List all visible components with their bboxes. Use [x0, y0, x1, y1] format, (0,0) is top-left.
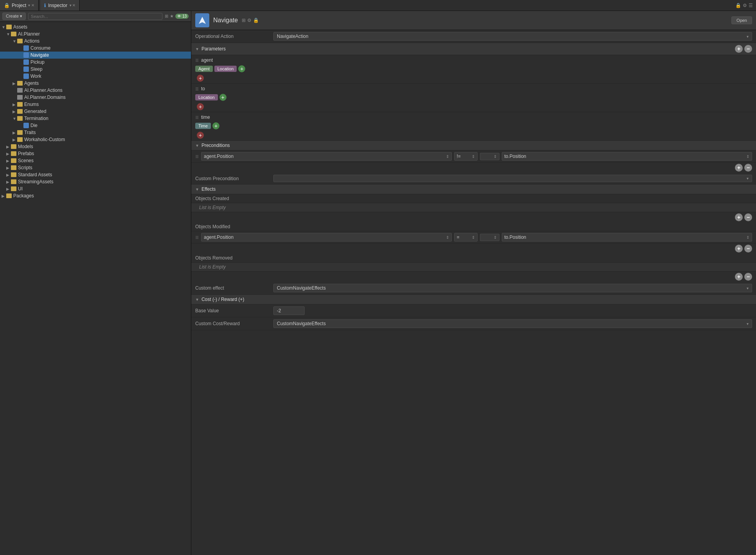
top-bar: 🔒 Project ▾ ✕ ℹ Inspector ▾ ✕ 🔒 ⚙ ☰ [0, 0, 756, 11]
objects-created-remove-button[interactable]: − [744, 213, 752, 221]
tree-label-termination: Termination [24, 116, 48, 121]
time-tag-time[interactable]: Time [195, 123, 211, 129]
parameters-add-remove: + − [735, 45, 752, 53]
tab-project[interactable]: 🔒 Project ▾ ✕ [0, 0, 39, 11]
section-effects[interactable]: ▼ Effects [191, 184, 756, 194]
preconditions-label: Preconditions [201, 143, 230, 148]
custom-precond-arrow: ▾ [747, 176, 749, 181]
custom-precondition-value[interactable]: ▾ [273, 175, 752, 182]
precond-op[interactable]: != ⇕ [454, 152, 478, 161]
layout-icon[interactable]: ⊞ [165, 14, 168, 19]
tree-item-ai-planner-actions[interactable]: AI.Planner.Actions [0, 87, 191, 94]
svg-marker-0 [199, 17, 206, 24]
tree-item-models[interactable]: ▶ Models [0, 143, 191, 150]
tree-item-consume[interactable]: Consume [0, 45, 191, 52]
section-preconditions[interactable]: ▼ Preconditions [191, 141, 756, 150]
modified-drag-handle[interactable]: ☰ [195, 235, 199, 240]
inspector-lock-icon[interactable]: 🔒 [253, 18, 259, 23]
tree-item-termination[interactable]: ▼ Termination [0, 115, 191, 122]
objects-modified-row-0: ☰ agent.Position ⇕ = ⇕ ⇕ to.Position ⇕ [191, 231, 756, 243]
tree-label-scenes: Scenes [18, 158, 34, 163]
tree-item-assets[interactable]: ▼ Assets [0, 23, 191, 30]
time-drag-handle[interactable]: ☰ [195, 115, 199, 120]
precond-op2[interactable]: ⇕ [480, 153, 499, 160]
precond-add-button[interactable]: + [735, 164, 743, 172]
navigate-icon [195, 13, 209, 27]
tree-item-navigate[interactable]: Navigate [0, 52, 191, 59]
tree-item-traits[interactable]: ▶ Traits [0, 129, 191, 136]
objects-removed-add-button[interactable]: + [735, 273, 743, 281]
base-value-input[interactable] [273, 306, 305, 315]
tree-label-enums: Enums [24, 102, 39, 107]
custom-cost-value[interactable]: CustomNavigateEffects ▾ [273, 319, 752, 328]
tree-item-scenes[interactable]: ▶ Scenes [0, 157, 191, 164]
create-button[interactable]: Create ▾ [2, 13, 26, 20]
tree-item-sleep[interactable]: Sleep [0, 66, 191, 73]
navigate-title: Navigate [213, 17, 238, 24]
tree-item-standard-assets[interactable]: ▶ Standard Assets [0, 171, 191, 178]
tree-item-work[interactable]: Work [0, 73, 191, 80]
parameters-remove-button[interactable]: − [744, 45, 752, 53]
tree-item-actions[interactable]: ▼ Actions [0, 38, 191, 45]
tree-item-prefabs[interactable]: ▶ Prefabs [0, 150, 191, 157]
time-tag-add[interactable]: + [212, 122, 219, 129]
tree-item-workaholic-custom[interactable]: ▶ Workaholic-Custom [0, 136, 191, 143]
modified-op[interactable]: = ⇕ [454, 233, 478, 242]
base-value-row: Base Value [191, 304, 756, 317]
tree-item-packages[interactable]: ▶ Packages [0, 192, 191, 199]
base-value-label: Base Value [195, 308, 273, 313]
objects-modified-remove-button[interactable]: − [744, 245, 752, 252]
tree-item-agents[interactable]: ▶ Agents [0, 80, 191, 87]
to-tags: Location + [195, 94, 752, 101]
section-cost-reward[interactable]: ▼ Cost (-) / Reward (+) [191, 295, 756, 304]
inspector-layout-icon[interactable]: ⊞ [242, 18, 246, 23]
objects-removed-remove-button[interactable]: − [744, 273, 752, 281]
to-tag-add[interactable]: + [219, 94, 226, 101]
custom-precondition-label: Custom Precondition [195, 176, 273, 181]
agent-tag-location[interactable]: Location [214, 66, 237, 72]
time-param-plus[interactable]: + [197, 132, 204, 139]
objects-created-add-button[interactable]: + [735, 213, 743, 221]
inspector-settings-icon[interactable]: ⚙ [247, 18, 251, 23]
tree-item-ui[interactable]: ▶ UI [0, 185, 191, 192]
tree-item-enums[interactable]: ▶ Enums [0, 101, 191, 108]
tree-item-generated[interactable]: ▶ Generated [0, 108, 191, 115]
tab-inspector[interactable]: ℹ Inspector ▾ ✕ [40, 0, 80, 11]
to-tag-location[interactable]: Location [195, 94, 218, 100]
star-icon[interactable]: ★ [170, 14, 174, 19]
to-drag-handle[interactable]: ☰ [195, 87, 199, 91]
objects-modified-add-button[interactable]: + [735, 245, 743, 252]
open-button[interactable]: Open [731, 16, 752, 24]
objects-created-label: Objects Created [191, 194, 756, 203]
modified-right[interactable]: to.Position ⇕ [502, 233, 752, 242]
parameters-add-button[interactable]: + [735, 45, 743, 53]
tree-label-ai-planner: AI.Planner [18, 31, 40, 37]
agent-tag-add[interactable]: + [238, 65, 245, 72]
tree-item-pickup[interactable]: Pickup [0, 59, 191, 66]
param-agent: ☰ agent Agent Location + + [191, 55, 756, 84]
tree-label-actions: Actions [24, 38, 39, 44]
precond-left[interactable]: agent.Position ⇕ [201, 152, 452, 161]
param-time: ☰ time Time + + [191, 112, 756, 141]
tree-item-streaming-assets[interactable]: ▶ StreamingAssets [0, 178, 191, 185]
agent-drag-handle[interactable]: ☰ [195, 58, 199, 63]
agent-param-plus[interactable]: + [197, 75, 204, 82]
search-input[interactable] [28, 13, 162, 20]
precond-remove-button[interactable]: − [744, 164, 752, 172]
section-parameters[interactable]: ▼ Parameters + − [191, 43, 756, 55]
modified-left[interactable]: agent.Position ⇕ [201, 233, 452, 242]
tree-label-consume: Consume [30, 45, 50, 51]
precond-drag-handle[interactable]: ☰ [195, 154, 199, 159]
custom-effect-value[interactable]: CustomNavigateEffects ▾ [273, 284, 752, 292]
to-param-plus[interactable]: + [197, 103, 204, 110]
precond-right[interactable]: to.Position ⇕ [502, 152, 752, 161]
project-tree: ▼ Assets ▼ AI.Planner ▼ Actions Consume [0, 22, 191, 555]
modified-op2[interactable]: ⇕ [480, 234, 499, 241]
tree-item-ai-planner[interactable]: ▼ AI.Planner [0, 30, 191, 38]
tree-item-scripts[interactable]: ▶ Scripts [0, 164, 191, 171]
agent-tag-agent[interactable]: Agent [195, 66, 213, 72]
tree-item-die[interactable]: Die [0, 122, 191, 129]
operational-action-value[interactable]: NavigateAction ▾ [273, 32, 752, 41]
tree-item-ai-planner-domains[interactable]: AI.Planner.Domains [0, 94, 191, 101]
tree-label-work: Work [30, 73, 41, 79]
